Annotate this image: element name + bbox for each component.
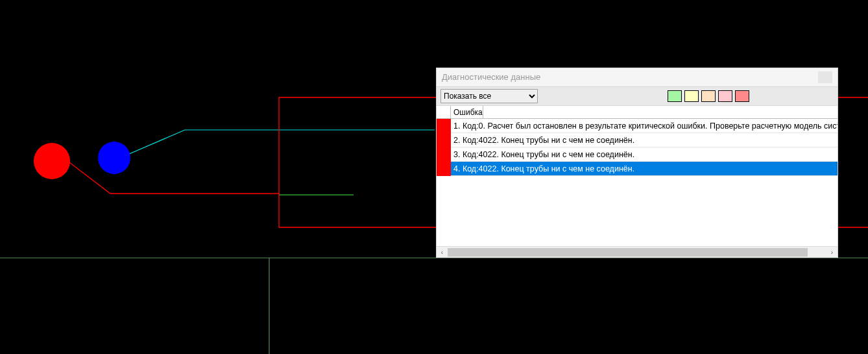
diagnostics-header: Ошибка: [437, 106, 838, 119]
node-blue[interactable]: [98, 142, 130, 174]
diagnostics-message: 3. Код:4022. Конец трубы ни с чем не сое…: [451, 147, 838, 161]
legend-swatch-3[interactable]: [701, 90, 716, 102]
diagnostics-message: 2. Код:4022. Конец трубы ни с чем не сое…: [451, 133, 838, 147]
scroll-thumb[interactable]: [448, 248, 808, 257]
diagnostics-panel: Диагностические данные Показать все Ошиб…: [436, 68, 838, 258]
severity-flag-icon: [437, 147, 451, 162]
diagnostics-row[interactable]: 2. Код:4022. Конец трубы ни с чем не сое…: [437, 133, 838, 147]
horizontal-scrollbar[interactable]: ‹ ›: [437, 246, 838, 257]
legend-swatch-4[interactable]: [718, 90, 732, 102]
severity-flag-icon: [437, 133, 451, 147]
diagnostics-titlebar[interactable]: Диагностические данные: [437, 68, 838, 86]
column-header-flag[interactable]: [437, 106, 451, 118]
close-button[interactable]: [818, 71, 832, 83]
scroll-right-button[interactable]: ›: [826, 247, 838, 257]
scroll-track[interactable]: [448, 247, 826, 257]
diagnostics-title: Диагностические данные: [442, 68, 540, 86]
column-header-error[interactable]: Ошибка: [451, 106, 483, 118]
diagnostics-row[interactable]: 4. Код:4022. Конец трубы ни с чем не сое…: [437, 162, 838, 176]
severity-flag-icon: [437, 119, 451, 133]
legend-swatch-1[interactable]: [668, 90, 682, 102]
severity-flag-icon: [437, 162, 451, 176]
diagnostics-message: 4. Код:4022. Конец трубы ни с чем не сое…: [451, 162, 838, 175]
diagnostics-message: 1. Код:0. Расчет был остановлен в резуль…: [451, 119, 838, 133]
diagnostics-row[interactable]: 3. Код:4022. Конец трубы ни с чем не сое…: [437, 147, 838, 162]
legend-swatch-2[interactable]: [684, 90, 699, 102]
diagnostics-list: 1. Код:0. Расчет был остановлен в резуль…: [437, 119, 838, 246]
legend-swatch-5[interactable]: [735, 90, 749, 102]
severity-legend: [668, 90, 749, 102]
scroll-left-button[interactable]: ‹: [437, 247, 448, 257]
diagnostics-empty-area: [437, 176, 838, 246]
node-red[interactable]: [34, 143, 70, 179]
filter-select[interactable]: Показать все: [440, 89, 538, 103]
diagnostics-toolbar: Показать все: [437, 86, 838, 106]
diagnostics-row[interactable]: 1. Код:0. Расчет был остановлен в резуль…: [437, 119, 838, 133]
